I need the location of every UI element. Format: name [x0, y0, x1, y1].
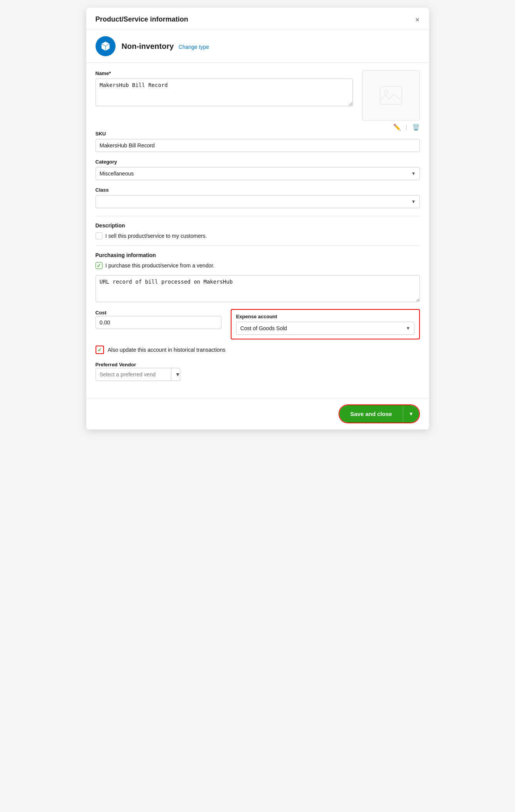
- edit-image-button[interactable]: ✏️: [393, 124, 401, 131]
- category-label: Category: [96, 159, 420, 165]
- form-body: Name* MakersHub Bill Record ✏️ | 🗑️: [86, 63, 429, 398]
- category-select[interactable]: Miscellaneous: [96, 167, 420, 180]
- cost-expense-row: Cost Expense account Cost of Goods Sold …: [96, 309, 420, 339]
- class-select[interactable]: [96, 195, 420, 208]
- purchasing-description-group: URL record of bill processed on MakersHu…: [96, 275, 420, 302]
- name-input[interactable]: MakersHub Bill Record: [96, 79, 353, 106]
- purchasing-description-input[interactable]: URL record of bill processed on MakersHu…: [96, 275, 420, 302]
- divider-2: [96, 246, 420, 246]
- purchasing-section-title: Purchasing information: [96, 252, 420, 258]
- image-placeholder: [362, 70, 420, 120]
- preferred-vendor-group: Preferred Vendor ▼: [96, 361, 420, 381]
- expense-account-group-wrapper: Expense account Cost of Goods Sold ▼: [231, 309, 420, 339]
- preferred-vendor-label: Preferred Vendor: [96, 362, 136, 368]
- close-button[interactable]: ×: [415, 16, 420, 23]
- description-checkbox-row: I sell this product/service to my custom…: [96, 232, 420, 239]
- type-row: Non-inventory Change type: [86, 30, 429, 63]
- save-and-close-button[interactable]: Save and close: [339, 405, 403, 423]
- modal-title: Product/Service information: [96, 15, 188, 23]
- expense-account-group: Expense account Cost of Goods Sold ▼: [231, 309, 420, 339]
- purchase-checkmark: ✓: [97, 263, 101, 269]
- sku-group: SKU: [96, 131, 420, 152]
- purchase-product-checkbox[interactable]: ✓: [96, 262, 102, 269]
- class-select-wrapper: ▼: [96, 195, 420, 208]
- expense-account-select[interactable]: Cost of Goods Sold: [236, 322, 414, 335]
- image-actions: ✏️ | 🗑️: [362, 124, 420, 131]
- purchase-product-label: I purchase this product/service from a v…: [106, 262, 215, 269]
- cost-group: Cost: [96, 309, 221, 329]
- preferred-vendor-select-wrapper: ▼: [96, 368, 180, 381]
- name-label: Name*: [96, 70, 353, 76]
- image-group: ✏️ | 🗑️: [362, 70, 420, 131]
- class-group: Class ▼: [96, 187, 420, 208]
- divider-1: [96, 216, 420, 216]
- also-update-checkbox[interactable]: ✓: [96, 346, 104, 354]
- image-divider: |: [406, 124, 407, 131]
- type-icon: [96, 36, 116, 56]
- product-service-modal: Product/Service information × Non-invent…: [86, 8, 429, 429]
- category-select-wrapper: Miscellaneous ▼: [96, 167, 420, 180]
- save-dropdown-button[interactable]: ▼: [403, 405, 419, 423]
- sell-product-checkbox[interactable]: [96, 232, 102, 239]
- also-update-row: ✓ Also update this account in historical…: [96, 346, 420, 354]
- svg-point-2: [384, 90, 388, 94]
- sku-label: SKU: [96, 131, 420, 137]
- save-button-wrapper: Save and close ▼: [339, 404, 419, 423]
- cost-input[interactable]: [96, 316, 221, 329]
- name-group: Name* MakersHub Bill Record: [96, 70, 353, 131]
- image-icon: [379, 86, 403, 105]
- expense-account-label: Expense account: [236, 314, 414, 319]
- sell-product-label: I sell this product/service to my custom…: [106, 233, 207, 239]
- also-update-checkmark: ✓: [97, 347, 102, 353]
- purchasing-checkbox-row: ✓ I purchase this product/service from a…: [96, 262, 420, 269]
- sku-input[interactable]: [96, 139, 420, 152]
- expense-account-select-wrapper: Cost of Goods Sold ▼: [236, 322, 414, 335]
- type-label: Non-inventory: [122, 42, 174, 50]
- change-type-link[interactable]: Change type: [179, 44, 209, 50]
- modal-footer: Save and close ▼: [86, 398, 429, 429]
- name-image-row: Name* MakersHub Bill Record ✏️ | 🗑️: [96, 70, 420, 131]
- class-label: Class: [96, 187, 420, 193]
- preferred-vendor-arrow-icon[interactable]: ▼: [171, 368, 180, 381]
- svg-rect-1: [380, 87, 402, 104]
- delete-image-button[interactable]: 🗑️: [412, 124, 420, 131]
- also-update-label: Also update this account in historical t…: [108, 347, 226, 353]
- cost-label: Cost: [96, 310, 107, 316]
- modal-header: Product/Service information ×: [86, 8, 429, 30]
- preferred-vendor-input[interactable]: [96, 368, 171, 381]
- type-info: Non-inventory Change type: [122, 42, 209, 51]
- description-section-title: Description: [96, 222, 420, 229]
- box-icon: [100, 41, 111, 52]
- category-group: Category Miscellaneous ▼: [96, 159, 420, 180]
